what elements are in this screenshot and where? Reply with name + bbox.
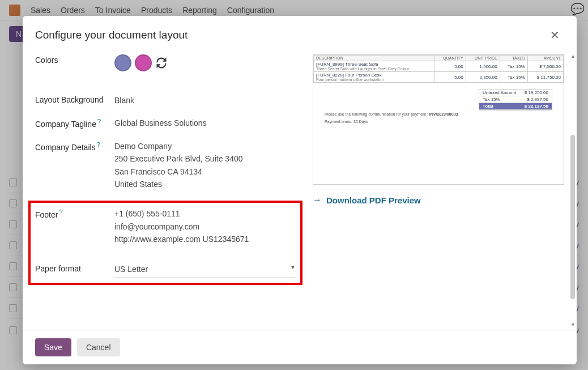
refresh-icon[interactable] bbox=[155, 57, 168, 69]
help-icon[interactable]: ? bbox=[59, 209, 62, 215]
paper-format-select[interactable]: US Letter ▼ bbox=[114, 263, 296, 278]
layout-bg-label: Layout Background bbox=[35, 94, 114, 107]
close-icon[interactable]: ✕ bbox=[546, 26, 564, 44]
save-button[interactable]: Save bbox=[35, 338, 71, 356]
modal-title: Configure your document layout bbox=[35, 29, 188, 41]
pdf-preview: DESCRIPTION QUANTITY UNIT PRICE TAXES AM… bbox=[313, 54, 564, 185]
primary-color-swatch[interactable] bbox=[114, 54, 131, 71]
details-label: Company Details? bbox=[35, 140, 114, 191]
chevron-down-icon: ▼ bbox=[290, 263, 296, 275]
arrow-right-icon: → bbox=[313, 195, 322, 205]
secondary-color-swatch[interactable] bbox=[135, 54, 152, 71]
footer-value[interactable]: +1 (650) 555-0111 info@yourcompany.com h… bbox=[114, 207, 296, 245]
download-pdf-link[interactable]: → Download PDF Preview bbox=[313, 195, 564, 205]
paper-format-label: Paper format bbox=[35, 263, 114, 278]
help-icon[interactable]: ? bbox=[97, 118, 101, 125]
tagline-value[interactable]: Global Business Solutions bbox=[114, 117, 296, 129]
footer-label: Footer? bbox=[35, 207, 114, 245]
scroll-down-icon[interactable]: ▼ bbox=[570, 322, 576, 328]
tagline-label: Company Tagline? bbox=[35, 117, 114, 129]
configure-document-layout-dialog: Configure your document layout ✕ ▲ ▼ Col… bbox=[23, 16, 577, 364]
help-icon[interactable]: ? bbox=[97, 141, 100, 148]
scrollbar[interactable] bbox=[570, 135, 575, 299]
layout-bg-value[interactable]: Blank bbox=[114, 94, 296, 107]
cancel-button[interactable]: Cancel bbox=[77, 338, 120, 356]
scroll-up-icon[interactable]: ▲ bbox=[570, 53, 576, 59]
highlighted-section: Footer? +1 (650) 555-0111 info@yourcompa… bbox=[28, 201, 302, 285]
details-value[interactable]: Demo Company 250 Executive Park Blvd, Su… bbox=[114, 140, 296, 191]
colors-label: Colors bbox=[35, 54, 114, 71]
